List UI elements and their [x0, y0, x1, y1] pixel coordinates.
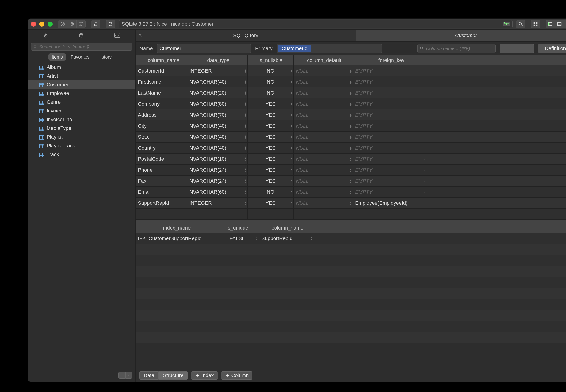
sidebar-search-input[interactable] — [31, 43, 132, 51]
add-column-button[interactable]: ＋Column — [221, 371, 253, 380]
header-is-nullable[interactable]: is_nullable — [248, 55, 293, 65]
stepper-icon[interactable]: ▴▾ — [290, 168, 292, 172]
stepper-icon[interactable]: ▴▾ — [311, 236, 312, 240]
sidebar-item-playlist[interactable]: Playlist — [28, 133, 135, 141]
col-type-cell[interactable]: NVARCHAR(40)▴▾ — [189, 131, 248, 142]
primary-key-box[interactable]: CustomerId — [276, 44, 382, 53]
col-type-cell[interactable]: NVARCHAR(40)▴▾ — [189, 121, 248, 131]
col-nullable-cell[interactable]: NO▴▾ — [248, 65, 293, 76]
stepper-icon[interactable]: ▴▾ — [290, 146, 292, 150]
tab-sql-query[interactable]: ✕ SQL Query — [136, 30, 356, 41]
stepper-icon[interactable]: ▴▾ — [350, 135, 351, 139]
stepper-icon[interactable]: ▴▾ — [256, 236, 258, 240]
blank-button[interactable] — [500, 44, 534, 53]
stepper-icon[interactable]: ▴▾ — [290, 102, 292, 106]
column-row[interactable]: SupportRepIdINTEGER▴▾YES▴▾NULL▴▾Employee… — [136, 198, 566, 209]
header-data-type[interactable]: data_type — [189, 55, 248, 65]
structure-view-button[interactable]: Structure — [159, 371, 188, 380]
arrow-right-icon[interactable]: → — [420, 189, 426, 195]
stepper-icon[interactable]: ▴▾ — [350, 146, 351, 150]
col-name-cell[interactable]: Phone — [136, 165, 189, 175]
arrow-right-icon[interactable]: → — [420, 112, 426, 118]
arrow-right-icon[interactable]: → — [420, 178, 426, 184]
col-type-cell[interactable]: NVARCHAR(20)▴▾ — [189, 87, 248, 98]
stepper-icon[interactable]: ▴▾ — [290, 179, 292, 183]
col-default-cell[interactable]: NULL▴▾ — [293, 110, 353, 120]
header-column-name[interactable]: column_name — [136, 55, 189, 65]
path-breadcrumb[interactable]: SQLite 3.27.2 : Nice : nice.db : Custome… — [119, 20, 512, 28]
add-table-button[interactable]: ＋ — [118, 372, 125, 379]
column-row[interactable]: LastNameNVARCHAR(20)▴▾NO▴▾NULL▴▾EMPTY→ — [136, 87, 566, 98]
col-fk-cell[interactable]: EMPTY→ — [353, 142, 428, 153]
close-window-button[interactable] — [31, 22, 36, 27]
stepper-icon[interactable]: ▴▾ — [245, 80, 246, 84]
header-index-name[interactable]: index_name — [136, 223, 216, 233]
col-name-cell[interactable]: SupportRepId — [136, 198, 189, 208]
definition-button[interactable]: Definition — [538, 44, 566, 53]
stepper-icon[interactable]: ▴▾ — [245, 69, 246, 73]
column-row[interactable]: CityNVARCHAR(40)▴▾YES▴▾NULL▴▾EMPTY→ — [136, 121, 566, 131]
stepper-icon[interactable]: ▴▾ — [350, 168, 351, 172]
col-fk-cell[interactable]: EMPTY→ — [353, 87, 428, 98]
col-nullable-cell[interactable]: YES▴▾ — [248, 142, 293, 153]
layout-right-button[interactable] — [564, 20, 566, 28]
col-default-cell[interactable]: NULL▴▾ — [293, 98, 353, 109]
stepper-icon[interactable]: ▴▾ — [350, 69, 351, 73]
col-default-cell[interactable]: NULL▴▾ — [293, 176, 353, 186]
col-type-cell[interactable]: NVARCHAR(80)▴▾ — [189, 98, 248, 109]
col-name-cell[interactable]: City — [136, 121, 189, 131]
col-fk-cell[interactable]: EMPTY→ — [353, 131, 428, 142]
header-foreign-key[interactable]: foreign_key — [353, 55, 428, 65]
col-default-cell[interactable]: NULL▴▾ — [293, 154, 353, 164]
column-row[interactable]: CountryNVARCHAR(40)▴▾YES▴▾NULL▴▾EMPTY→ — [136, 142, 566, 154]
stepper-icon[interactable]: ▴▾ — [290, 157, 292, 161]
ix-column-cell[interactable]: SupportRepId▴▾ — [259, 233, 314, 244]
column-row[interactable]: EmailNVARCHAR(60)▴▾NO▴▾NULL▴▾EMPTY→ — [136, 187, 566, 198]
stepper-icon[interactable]: ▴▾ — [350, 113, 351, 117]
arrow-right-icon[interactable]: → — [420, 101, 426, 107]
stepper-icon[interactable]: ▴▾ — [245, 135, 246, 139]
filter-tab-favorites[interactable]: Favorites — [68, 54, 93, 61]
layout-bottom-button[interactable] — [555, 20, 564, 28]
col-fk-cell[interactable]: EMPTY→ — [353, 165, 428, 175]
stepper-icon[interactable]: ▴▾ — [350, 124, 351, 128]
header-is-unique[interactable]: is_unique — [216, 223, 259, 233]
col-type-cell[interactable]: NVARCHAR(24)▴▾ — [189, 176, 248, 186]
sidebar-item-playlisttrack[interactable]: PlaylistTrack — [28, 141, 135, 150]
arrow-right-icon[interactable]: → — [420, 68, 426, 74]
arrow-right-icon[interactable]: → — [420, 134, 426, 140]
col-fk-cell[interactable]: EMPTY→ — [353, 121, 428, 131]
sidebar-item-invoice[interactable]: Invoice — [28, 107, 135, 115]
arrow-right-icon[interactable]: → — [420, 156, 426, 162]
stepper-icon[interactable]: ▴▾ — [350, 80, 351, 84]
col-default-cell[interactable]: NULL▴▾ — [293, 87, 353, 98]
col-name-cell[interactable]: CustomerId — [136, 65, 189, 76]
close-tab-icon[interactable]: ✕ — [138, 33, 142, 39]
view-button[interactable] — [67, 20, 76, 28]
sidebar-item-genre[interactable]: Genre — [28, 98, 135, 107]
col-default-cell[interactable]: NULL▴▾ — [293, 65, 353, 76]
col-name-cell[interactable]: Email — [136, 187, 189, 197]
column-row[interactable]: CompanyNVARCHAR(80)▴▾YES▴▾NULL▴▾EMPTY→ — [136, 98, 566, 110]
col-nullable-cell[interactable]: YES▴▾ — [248, 121, 293, 131]
layout-left-button[interactable] — [546, 20, 555, 28]
stepper-icon[interactable]: ▴▾ — [245, 113, 246, 117]
tab-customer[interactable]: Customer — [356, 30, 566, 41]
stepper-icon[interactable]: ▴▾ — [290, 91, 292, 95]
col-default-cell[interactable]: NULL▴▾ — [293, 165, 353, 175]
stepper-icon[interactable]: ▴▾ — [350, 102, 351, 106]
arrow-right-icon[interactable]: → — [420, 90, 426, 96]
settings-button[interactable] — [76, 20, 86, 28]
col-name-cell[interactable]: State — [136, 131, 189, 142]
column-row[interactable]: StateNVARCHAR(40)▴▾YES▴▾NULL▴▾EMPTY→ — [136, 131, 566, 142]
col-default-cell[interactable]: NULL▴▾ — [293, 121, 353, 131]
column-search-input[interactable] — [417, 44, 496, 53]
lock-button[interactable] — [91, 20, 100, 28]
col-name-cell[interactable]: Fax — [136, 176, 189, 186]
col-fk-cell[interactable]: EMPTY→ — [353, 65, 428, 76]
col-default-cell[interactable]: NULL▴▾ — [293, 131, 353, 142]
col-type-cell[interactable]: NVARCHAR(70)▴▾ — [189, 110, 248, 120]
stepper-icon[interactable]: ▴▾ — [290, 69, 292, 73]
cancel-button[interactable] — [58, 20, 67, 28]
column-row[interactable]: FirstNameNVARCHAR(40)▴▾NO▴▾NULL▴▾EMPTY→ — [136, 76, 566, 87]
